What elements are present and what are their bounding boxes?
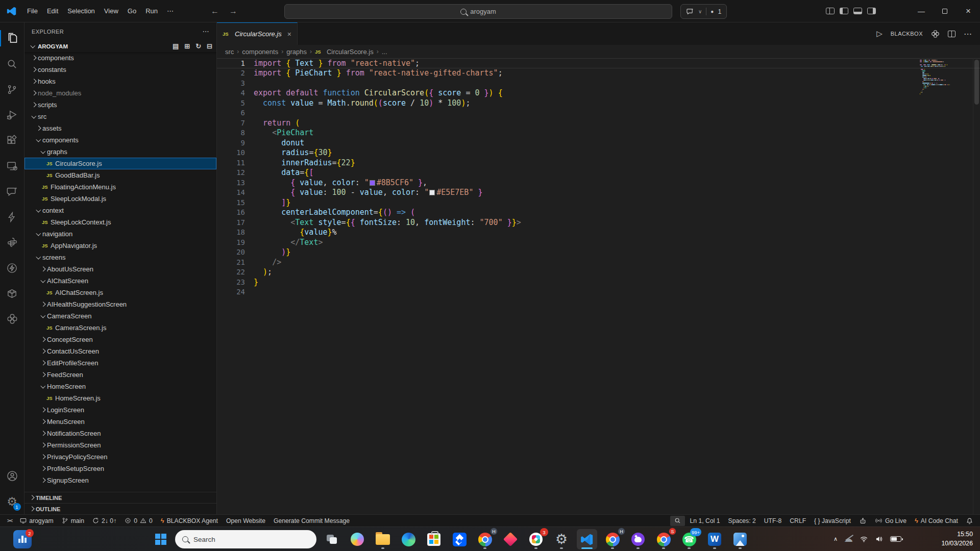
tree-item-context[interactable]: context (24, 205, 216, 216)
taskbar-clock[interactable]: 15:50 10/03/2026 (941, 527, 973, 551)
activity-item-chat[interactable] (0, 179, 24, 204)
code-line-24[interactable]: 24 (217, 287, 980, 297)
code-line-12[interactable]: 12 data={[ (217, 168, 980, 178)
line-number[interactable]: 1 (217, 59, 245, 67)
tree-item-AIChatScreen.js[interactable]: JSAIChatScreen.js (24, 287, 216, 298)
line-number[interactable]: 7 (217, 119, 245, 127)
activity-item-run-debug[interactable] (0, 102, 24, 128)
code-line-8[interactable]: 8 <PieChart (217, 128, 980, 138)
activity-item-account[interactable] (0, 463, 24, 489)
code-line-21[interactable]: 21 /> (217, 257, 980, 267)
sidebar-more-actions[interactable]: ⋯ (203, 28, 209, 35)
taskbar-word[interactable]: W (704, 529, 725, 549)
activity-item-python[interactable] (0, 230, 24, 255)
code-line-7[interactable]: 7 return ( (217, 118, 980, 128)
status-blackbox-agent[interactable]: ϟBLACKBOX Agent (157, 515, 222, 527)
code-line-15[interactable]: 15 ]} (217, 197, 980, 208)
minimap[interactable] (920, 60, 973, 96)
tree-item-ProfileSetupScreen[interactable]: ProfileSetupScreen (24, 463, 216, 474)
activity-item-settings[interactable]: ⚙1 (0, 489, 24, 514)
tree-item-AIHealthSuggestionScreen[interactable]: AIHealthSuggestionScreen (24, 298, 216, 310)
line-number[interactable]: 23 (217, 278, 245, 286)
battery-icon[interactable] (890, 536, 901, 542)
line-number[interactable]: 19 (217, 238, 245, 246)
layout-columns-icon[interactable] (826, 8, 835, 14)
tree-item-SignupScreen[interactable]: SignupScreen (24, 474, 216, 486)
status-go-live[interactable]: Go Live (871, 515, 911, 527)
line-number[interactable]: 2 (217, 69, 245, 77)
refresh-icon[interactable]: ↻ (195, 42, 201, 50)
tree-item-CircularScore.js[interactable]: JSCircularScore.js (24, 158, 216, 169)
activity-item-search[interactable] (0, 51, 24, 77)
tree-item-hooks[interactable]: hooks (24, 76, 216, 87)
tree-item-navigation[interactable]: navigation (24, 228, 216, 240)
tree-item-EditProfileScreen[interactable]: EditProfileScreen (24, 357, 216, 369)
code-line-20[interactable]: 20 )} (217, 247, 980, 258)
tree-item-HomeScreen.js[interactable]: JSHomeScreen.js (24, 392, 216, 404)
toggle-panel-icon[interactable] (853, 8, 862, 14)
tree-item-SleepLockModal.js[interactable]: JSSleepLockModal.js (24, 193, 216, 205)
code-editor[interactable]: 1import { Text } from "react-native";2im… (217, 58, 980, 514)
menu-run[interactable]: Run (141, 5, 162, 17)
taskbar-task-view[interactable] (322, 529, 342, 549)
line-number[interactable]: 3 (217, 79, 245, 87)
status-encoding[interactable]: UTF-8 (760, 515, 786, 527)
code-line-23[interactable]: 23} (217, 277, 980, 287)
tree-item-scripts[interactable]: scripts (24, 99, 216, 111)
status-remote[interactable]: >< (3, 515, 16, 527)
tree-item-ConceptScreen[interactable]: ConceptScreen (24, 334, 216, 345)
taskbar-github-desktop[interactable] (628, 529, 648, 549)
tray-chevron-up[interactable]: ∧ (834, 536, 838, 542)
code-line-3[interactable]: 3 (217, 78, 980, 88)
code-line-1[interactable]: 1import { Text } from "react-native"; (217, 58, 980, 68)
panel-outline[interactable]: OUTLINE (24, 503, 216, 514)
close-button[interactable]: × (957, 0, 980, 22)
tree-item-AIChatScreen[interactable]: AIChatScreen (24, 275, 216, 287)
status-open-website[interactable]: Open Website (222, 515, 270, 527)
tree-item-ContactUsScreen[interactable]: ContactUsScreen (24, 345, 216, 357)
menu-edit[interactable]: Edit (42, 5, 63, 17)
activity-item-thunder-client[interactable] (0, 255, 24, 281)
tree-item-graphs[interactable]: graphs (24, 146, 216, 158)
tree-item-components[interactable]: components (24, 52, 216, 64)
taskbar-settings[interactable]: ⚙ (551, 529, 572, 549)
tree-item-GoodBadBar.js[interactable]: JSGoodBadBar.js (24, 169, 216, 181)
taskbar-whatsapp[interactable]: ☎99+ (679, 529, 699, 549)
tree-item-src[interactable]: src (24, 111, 216, 122)
activity-item-containers[interactable] (0, 281, 24, 306)
activity-item-openai[interactable] (0, 306, 24, 332)
status-branch[interactable]: main (58, 515, 88, 527)
menu-view[interactable]: View (100, 5, 123, 17)
taskbar-slack[interactable]: 3 (526, 529, 546, 549)
breadcrumb-item-CircularScorejs[interactable]: CircularScore.js (327, 48, 374, 56)
collapse-all-icon[interactable]: ⊟ (207, 42, 212, 50)
nav-forward-icon[interactable]: → (229, 7, 237, 16)
run-file-button[interactable]: ▷ (876, 29, 883, 38)
toggle-secondary-sidebar-icon[interactable] (867, 8, 876, 14)
code-line-9[interactable]: 9 donut (217, 138, 980, 148)
taskbar-edge[interactable] (398, 529, 419, 549)
line-number[interactable]: 5 (217, 99, 245, 107)
tree-item-MenuScreen[interactable]: MenuScreen (24, 416, 216, 428)
status-notifications[interactable] (962, 515, 977, 527)
line-number[interactable]: 12 (217, 168, 245, 177)
breadcrumb-item-graphs[interactable]: graphs (286, 48, 307, 56)
onedrive-icon[interactable]: ☁ (844, 534, 853, 544)
breadcrumb-item-components[interactable]: components (242, 48, 278, 56)
tree-item-AboutUsScreen[interactable]: AboutUsScreen (24, 263, 216, 275)
tree-item-PermissionScreen[interactable]: PermissionScreen (24, 439, 216, 451)
status-cursor-position[interactable]: Ln 1, Col 1 (686, 515, 724, 527)
menu-more[interactable]: ⋯ (162, 5, 178, 17)
line-number[interactable]: 18 (217, 228, 245, 236)
line-number[interactable]: 15 (217, 198, 245, 207)
status-ai-code-chat[interactable]: ϟAI Code Chat (911, 515, 962, 527)
editor-more-actions[interactable]: ⋯ (964, 29, 972, 39)
code-line-13[interactable]: 13 { value, color: "#8B5CF6" }, (217, 178, 980, 188)
line-number[interactable]: 10 (217, 148, 245, 157)
menu-selection[interactable]: Selection (63, 5, 99, 17)
tree-item-AppNavigator.js[interactable]: JSAppNavigator.js (24, 240, 216, 252)
code-line-2[interactable]: 2import { PieChart } from "react-native-… (217, 68, 980, 79)
taskbar-search[interactable]: Search (175, 530, 316, 548)
volume-icon[interactable] (875, 535, 884, 543)
line-number[interactable]: 9 (217, 139, 245, 147)
